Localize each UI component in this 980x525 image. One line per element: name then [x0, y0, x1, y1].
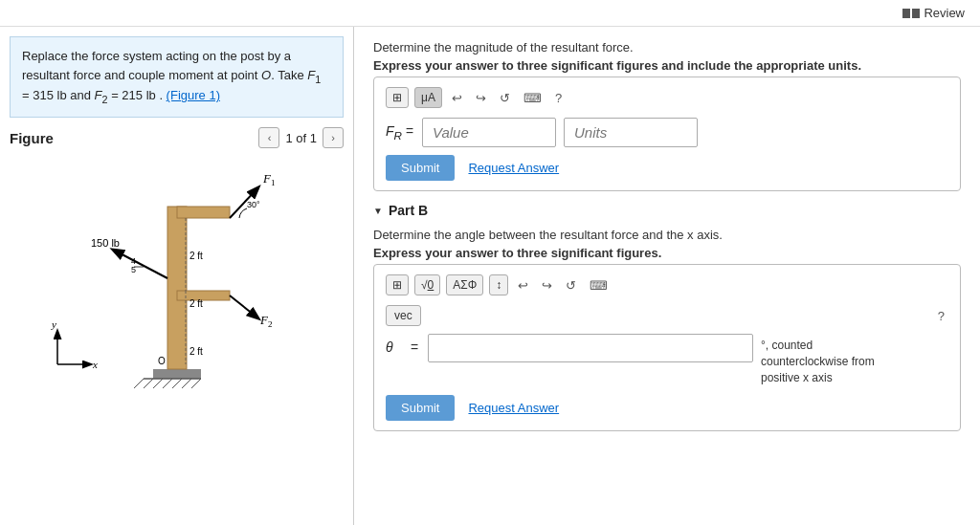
svg-text:x: x: [92, 359, 98, 370]
svg-line-3: [144, 379, 153, 388]
matrix-button-b[interactable]: ⊞: [386, 274, 409, 295]
mu-button-a[interactable]: μΑ: [414, 87, 442, 108]
arrows-label-b: ↕: [496, 278, 501, 292]
vec-button[interactable]: vec: [386, 305, 421, 326]
figure-svg: F 1 30° F 2 150 lb: [29, 154, 325, 403]
mu-label-a: μΑ: [421, 91, 435, 104]
part-b-toggle[interactable]: ▼ Part B: [373, 203, 961, 218]
redo-icon-a[interactable]: ↪: [472, 89, 490, 107]
toggle-triangle-icon: ▼: [373, 206, 383, 216]
part-a-toolbar: ⊞ μΑ ↩ ↪ ↺ ⌨ ?: [386, 87, 948, 108]
figure-title: Figure: [10, 130, 54, 146]
svg-line-8: [191, 379, 201, 388]
svg-text:30°: 30°: [247, 200, 260, 209]
svg-text:2 ft: 2 ft: [189, 298, 203, 309]
part-b-instructions: Express your answer to three significant…: [373, 246, 961, 260]
svg-line-7: [182, 379, 191, 388]
sqrt-button-b[interactable]: √0: [414, 274, 440, 295]
keyboard-icon-b[interactable]: ⌨: [586, 276, 612, 295]
help-icon-b[interactable]: ?: [934, 307, 948, 325]
svg-text:4: 4: [131, 256, 136, 266]
part-b-request-button[interactable]: Request Answer: [468, 401, 559, 415]
main-layout: Replace the force system acting on the p…: [0, 27, 980, 525]
part-a-instructions-bold: Express your answer to three significant…: [373, 58, 861, 73]
part-a-btn-row: Submit Request Answer: [386, 155, 948, 181]
part-b-toggle-label: Part B: [389, 203, 428, 218]
part-b-submit-button[interactable]: Submit: [386, 395, 455, 421]
top-bar: Review: [0, 0, 980, 27]
svg-text:5: 5: [131, 265, 136, 274]
matrix-icon-b: ⊞: [392, 278, 402, 292]
problem-text-box: Replace the force system acting on the p…: [10, 36, 344, 118]
value-input[interactable]: [422, 118, 556, 147]
figure-header: Figure ‹ 1 of 1 ›: [10, 127, 344, 148]
part-b-toolbar: ⊞ √0 ΑΣΦ ↕ ↩ ↪ ↺ ⌨: [386, 274, 948, 295]
keyboard-icon-a[interactable]: ⌨: [520, 89, 546, 107]
figure-nav: ‹ 1 of 1 ›: [258, 127, 344, 148]
figure-prev-button[interactable]: ‹: [258, 127, 279, 148]
figure-section: Figure ‹ 1 of 1 ›: [0, 127, 353, 525]
theta-input[interactable]: [428, 334, 753, 362]
svg-text:2 ft: 2 ft: [189, 346, 203, 357]
part-a-input-label: FR =: [386, 123, 414, 142]
part-b-instructions-bold: Express your answer to three significant…: [373, 246, 661, 260]
part-a-heading: Determine the magnitude of the resultant…: [373, 40, 961, 55]
figure-nav-label: 1 of 1: [285, 131, 317, 145]
arrows-button-b[interactable]: ↕: [489, 274, 508, 295]
svg-text:O: O: [158, 356, 166, 366]
undo-icon-a[interactable]: ↩: [448, 89, 466, 107]
svg-text:2 ft: 2 ft: [189, 251, 203, 261]
theta-label: θ: [386, 334, 403, 355]
review-label: Review: [924, 6, 965, 20]
figure-next-button[interactable]: ›: [323, 127, 344, 148]
svg-line-6: [172, 379, 182, 388]
part-a-submit-button[interactable]: Submit: [386, 155, 455, 181]
refresh-icon-a[interactable]: ↺: [496, 89, 514, 107]
units-input[interactable]: [564, 118, 698, 147]
theta-note: °, counted counterclockwise from positiv…: [761, 334, 895, 385]
svg-text:150 lb: 150 lb: [91, 237, 120, 249]
part-a-section: Determine the magnitude of the resultant…: [373, 40, 961, 191]
left-panel: Replace the force system acting on the p…: [0, 27, 354, 525]
sigma-label-b: ΑΣΦ: [453, 278, 477, 292]
part-b-section: ▼ Part B Determine the angle between the…: [373, 203, 961, 431]
part-b-btn-row: Submit Request Answer: [386, 395, 948, 421]
part-a-request-button[interactable]: Request Answer: [468, 161, 559, 175]
refresh-icon-b[interactable]: ↺: [562, 276, 580, 295]
svg-text:2: 2: [268, 319, 273, 329]
svg-line-5: [163, 379, 172, 388]
svg-text:y: y: [51, 318, 56, 330]
svg-line-19: [113, 250, 167, 278]
svg-rect-15: [177, 291, 230, 300]
theta-eq: =: [411, 334, 420, 355]
review-icon: [902, 9, 920, 18]
part-a-input-row: FR =: [386, 118, 948, 147]
help-icon-a[interactable]: ?: [551, 89, 566, 107]
svg-rect-0: [153, 369, 201, 379]
svg-line-16: [230, 295, 258, 318]
sigma-button-b[interactable]: ΑΣΦ: [446, 274, 483, 295]
svg-rect-9: [167, 207, 187, 369]
undo-icon-b[interactable]: ↩: [514, 276, 532, 295]
part-a-answer-box: ⊞ μΑ ↩ ↪ ↺ ⌨ ? FR =: [373, 77, 961, 191]
figure-link[interactable]: (Figure 1): [167, 88, 220, 102]
theta-input-row: θ = °, counted counterclockwise from pos…: [386, 334, 948, 385]
part-a-instructions: Express your answer to three significant…: [373, 58, 961, 73]
svg-line-2: [134, 379, 144, 388]
figure-canvas: F 1 30° F 2 150 lb: [29, 154, 325, 403]
matrix-button-a[interactable]: ⊞: [386, 87, 409, 108]
svg-line-4: [153, 379, 163, 388]
redo-icon-b[interactable]: ↪: [538, 276, 556, 295]
svg-rect-10: [177, 207, 230, 218]
part-b-heading: Determine the angle between the resultan…: [373, 228, 961, 242]
review-button[interactable]: Review: [902, 6, 965, 20]
svg-text:1: 1: [271, 178, 276, 187]
sqrt-label-b: √0: [421, 278, 434, 292]
matrix-icon-a: ⊞: [392, 91, 402, 104]
right-panel: Determine the magnitude of the resultant…: [354, 27, 980, 525]
part-b-answer-box: ⊞ √0 ΑΣΦ ↕ ↩ ↪ ↺ ⌨: [373, 264, 961, 431]
